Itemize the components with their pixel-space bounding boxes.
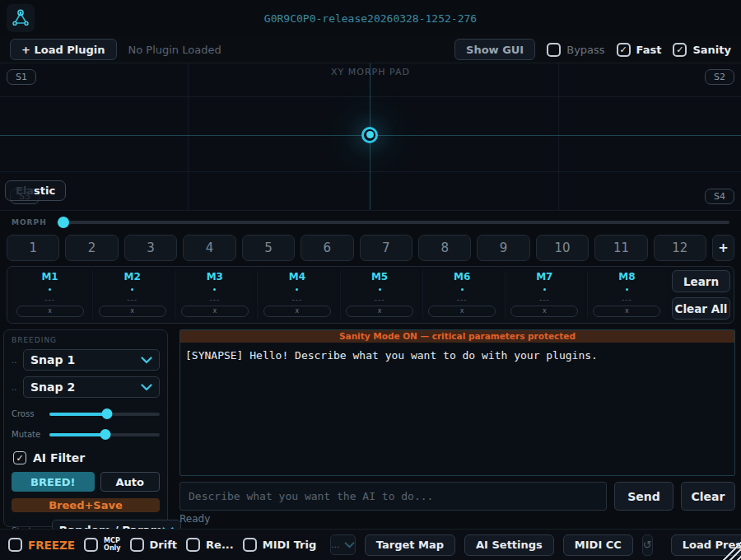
macro-knob-icon[interactable] <box>296 288 298 291</box>
macro-panel: M1 --- x M2 --- x M3 --- x M4 --- x M5 -… <box>7 266 734 324</box>
send-button[interactable]: Send <box>614 482 673 511</box>
snap2-dropdown[interactable]: Snap 2 <box>23 376 160 398</box>
drift-checkbox-box[interactable] <box>130 538 144 552</box>
midi-trig-checkbox[interactable]: MIDI Trig <box>243 538 317 552</box>
snapshot-button-2[interactable]: 2 <box>65 235 118 261</box>
fast-checkbox[interactable]: ✓ Fast <box>617 43 662 57</box>
snapshot-name-tooltip: Elastic <box>5 180 66 201</box>
drift-label: Drift <box>150 539 178 551</box>
chevron-down-icon <box>141 384 152 391</box>
bypass-checkbox[interactable]: Bypass <box>547 43 604 57</box>
window-title: G0R9C0P0-release20260328-1252-276 <box>0 12 741 25</box>
drift-checkbox[interactable]: Drift <box>130 538 178 552</box>
macro-clear-button[interactable]: x <box>99 306 166 317</box>
breeding-panel: BREEDING .. Snap 1 .. Snap 2 Cross <box>3 329 168 527</box>
mini-dropdown[interactable]: ... <box>330 534 356 555</box>
macro-value: --- <box>539 296 550 304</box>
clear-button[interactable]: Clear <box>681 482 735 511</box>
cross-slider[interactable] <box>49 408 160 419</box>
macro-clear-button[interactable]: x <box>181 306 249 317</box>
morph-label: MORPH <box>12 218 47 226</box>
ai-settings-button[interactable]: AI Settings <box>464 534 554 556</box>
bypass-checkbox-box[interactable] <box>547 43 561 57</box>
midi-cc-button[interactable]: MIDI CC <box>563 534 633 556</box>
add-snapshot-button[interactable]: + <box>712 235 734 261</box>
breed-save-button[interactable]: Breed+Save <box>12 498 160 512</box>
macro-knob-icon[interactable] <box>461 288 464 291</box>
macro-slot-3[interactable]: M3 --- x <box>175 269 254 320</box>
snap1-dropdown[interactable]: Snap 1 <box>23 349 160 371</box>
snapshot-button-10[interactable]: 10 <box>536 235 589 261</box>
macro-clear-button[interactable]: x <box>593 306 660 317</box>
sanity-checkbox-box[interactable]: ✓ <box>673 43 687 57</box>
freeze-checkbox[interactable]: FREEZE <box>8 538 75 552</box>
mcp-only-checkbox-box[interactable] <box>84 538 98 552</box>
morph-slider[interactable] <box>57 217 729 228</box>
morph-slider-track[interactable] <box>57 221 729 224</box>
pad-corner-s1[interactable]: S1 <box>7 69 36 85</box>
macro-slot-4[interactable]: M4 --- x <box>257 269 336 320</box>
snapshot-button-11[interactable]: 11 <box>594 235 647 261</box>
snap2-prefix: .. <box>12 383 19 392</box>
xy-pad-dot-icon[interactable] <box>361 127 378 143</box>
pad-corner-s2[interactable]: S2 <box>705 69 734 85</box>
snapshot-button-7[interactable]: 7 <box>360 235 412 261</box>
re-checkbox-box[interactable] <box>186 538 200 552</box>
mutate-slider-thumb[interactable] <box>100 429 111 440</box>
snapshot-button-3[interactable]: 3 <box>124 235 177 261</box>
cross-label: Cross <box>12 409 43 418</box>
re-checkbox[interactable]: Re... <box>186 538 234 552</box>
xy-pad-handle[interactable] <box>361 127 378 143</box>
chat-message-area[interactable]: Sanity Mode ON — critical parameters pro… <box>179 329 735 476</box>
macro-clear-button[interactable]: x <box>428 306 496 317</box>
plugin-toolbar: + Load Plugin No Plugin Loaded Show GUI … <box>0 36 741 63</box>
macro-knob-icon[interactable] <box>49 288 51 291</box>
pad-corner-s4[interactable]: S4 <box>705 189 734 204</box>
auto-button[interactable]: Auto <box>100 472 160 492</box>
bypass-label: Bypass <box>566 44 604 56</box>
midi-trig-checkbox-box[interactable] <box>243 538 257 552</box>
macro-knob-icon[interactable] <box>379 288 381 291</box>
macro-slot-7[interactable]: M7 --- x <box>505 269 584 320</box>
target-map-button[interactable]: Target Map <box>365 534 455 556</box>
freeze-label: FREEZE <box>28 539 75 552</box>
show-gui-button[interactable]: Show GUI <box>454 39 535 60</box>
clear-all-button[interactable]: Clear All <box>672 297 730 320</box>
load-plugin-button[interactable]: + Load Plugin <box>10 39 117 60</box>
snapshot-button-6[interactable]: 6 <box>301 235 353 261</box>
snapshot-button-1[interactable]: 1 <box>7 235 59 261</box>
cross-slider-thumb[interactable] <box>101 408 112 419</box>
mutate-slider[interactable] <box>49 429 160 440</box>
snapshot-button-9[interactable]: 9 <box>477 235 529 261</box>
snapshot-button-12[interactable]: 12 <box>654 235 706 261</box>
snapshot-button-5[interactable]: 5 <box>242 235 295 261</box>
morph-slider-thumb[interactable] <box>58 217 69 228</box>
macro-slot-1[interactable]: M1 --- x <box>11 269 89 320</box>
macro-knob-icon[interactable] <box>131 288 133 291</box>
freeze-checkbox-box[interactable] <box>8 538 22 552</box>
macro-slot-6[interactable]: M6 --- x <box>422 269 501 320</box>
macro-slot-5[interactable]: M5 --- x <box>340 269 419 320</box>
snapshot-row: 1 2 3 4 5 6 7 8 9 10 11 12 + <box>0 234 741 263</box>
macro-clear-button[interactable]: x <box>346 306 413 317</box>
breed-button[interactable]: BREED! <box>12 472 95 492</box>
macro-knob-icon[interactable] <box>543 288 546 291</box>
fast-checkbox-box[interactable]: ✓ <box>617 43 631 57</box>
macro-slot-2[interactable]: M2 --- x <box>92 269 171 320</box>
ai-filter-checkbox-box[interactable]: ✓ <box>13 451 26 464</box>
macro-slot-8[interactable]: M8 --- x <box>587 269 666 320</box>
macro-clear-button[interactable]: x <box>263 306 331 317</box>
macro-knob-icon[interactable] <box>213 288 216 291</box>
reload-button[interactable]: ↺ <box>642 534 653 556</box>
learn-button[interactable]: Learn <box>672 270 730 292</box>
ai-filter-checkbox[interactable]: ✓ AI Filter <box>13 451 160 464</box>
mcp-only-checkbox[interactable]: MCP Only <box>84 538 120 552</box>
macro-clear-button[interactable]: x <box>16 306 84 317</box>
sanity-checkbox[interactable]: ✓ Sanity <box>673 43 731 57</box>
snapshot-button-4[interactable]: 4 <box>183 235 235 261</box>
snapshot-button-8[interactable]: 8 <box>418 235 471 261</box>
xy-morph-pad[interactable]: XY MORPH PAD S1 S2 S3 S4 Elastic <box>0 63 741 211</box>
macro-knob-icon[interactable] <box>626 288 628 291</box>
ai-command-input[interactable] <box>179 482 607 511</box>
macro-clear-button[interactable]: x <box>510 306 578 317</box>
